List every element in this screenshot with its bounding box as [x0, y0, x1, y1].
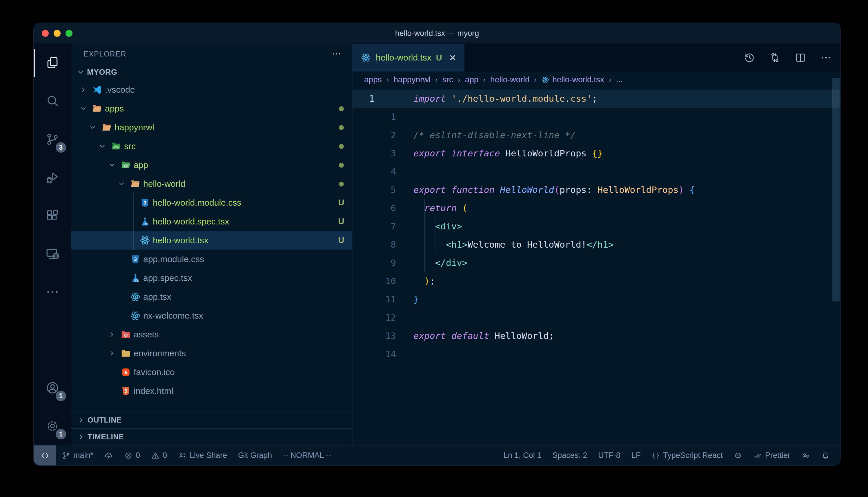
- breadcrumb-item-apps[interactable]: apps: [364, 75, 382, 84]
- code-line[interactable]: 13export default HelloWorld;: [353, 327, 840, 345]
- explorer-more-actions-button[interactable]: [332, 49, 342, 59]
- status-notifications[interactable]: [815, 445, 835, 466]
- code-line[interactable]: 12: [353, 309, 840, 327]
- breadcrumb-item-hello-world[interactable]: hello-world: [490, 75, 529, 84]
- line-number: 5: [353, 181, 396, 199]
- activity-bar-item-accounts[interactable]: 1: [33, 369, 71, 407]
- tree-item-index-html[interactable]: 5index.html: [71, 381, 352, 400]
- status-live-share[interactable]: Live Share: [173, 445, 233, 466]
- breadcrumb-separator: ›: [534, 75, 537, 84]
- remote-indicator-button[interactable]: [33, 445, 56, 466]
- status-feedback[interactable]: [796, 445, 815, 466]
- tree-item-nx-welcome-tsx[interactable]: nx-welcome.tsx: [71, 306, 352, 325]
- outline-section-header[interactable]: OUTLINE: [71, 412, 352, 428]
- tree-item--vscode[interactable]: .vscode: [71, 80, 352, 99]
- code-line[interactable]: 1import './hello-world.module.css';: [353, 89, 840, 108]
- tree-item-label: favicon.ico: [134, 367, 331, 377]
- open-changes-button[interactable]: [769, 52, 781, 63]
- tree-item-apps[interactable]: apps: [71, 99, 352, 118]
- status-github[interactable]: [728, 445, 748, 466]
- svg-text:⚙: ⚙: [124, 332, 128, 338]
- line-number: 13: [353, 327, 396, 345]
- tree-item-favicon-ico[interactable]: ★favicon.ico: [71, 363, 352, 381]
- tree-item-happynrwl[interactable]: happynrwl: [71, 118, 352, 137]
- status-eol[interactable]: LF: [626, 445, 646, 466]
- status-eol-label: LF: [631, 451, 641, 460]
- status-encoding[interactable]: UTF-8: [593, 445, 626, 466]
- tree-item-app-module-css[interactable]: 3app.module.css: [71, 250, 352, 269]
- activity-bar-item-settings[interactable]: 1: [33, 407, 71, 445]
- close-tab-button[interactable]: ✕: [447, 53, 456, 63]
- status-errors[interactable]: 0: [119, 445, 146, 466]
- code-line[interactable]: 7 <div>: [353, 217, 840, 236]
- code-line[interactable]: 11}: [353, 290, 840, 309]
- code-line[interactable]: 6 return (: [353, 199, 840, 217]
- code-line[interactable]: 5export function HelloWorld(props: Hello…: [353, 181, 840, 199]
- tree-item-hello-world-module-css[interactable]: 3hello-world.module.cssU: [71, 193, 352, 212]
- tree-item-app-tsx[interactable]: app.tsx: [71, 287, 352, 306]
- local-history-button[interactable]: [744, 52, 755, 63]
- code-line[interactable]: 4: [353, 162, 840, 181]
- status-indentation[interactable]: Spaces: 2: [547, 445, 593, 466]
- code-line[interactable]: 14: [353, 345, 840, 363]
- status-cursor-position[interactable]: Ln 1, Col 1: [498, 445, 547, 466]
- status-vim-mode-label: -- NORMAL --: [283, 451, 331, 460]
- code-line[interactable]: 8 <h1>Welcome to HelloWorld!</h1>: [353, 236, 840, 254]
- code-line[interactable]: 2/* eslint-disable-next-line */: [353, 126, 840, 144]
- editor-scrollbar[interactable]: [832, 78, 840, 301]
- chevron-right-icon: [77, 433, 85, 441]
- tree-item-label: hello-world.tsx: [153, 236, 331, 245]
- code-line[interactable]: 3export interface HelloWorldProps {}: [353, 144, 840, 162]
- breadcrumb-item-happynrwl[interactable]: happynrwl: [394, 75, 430, 84]
- files-icon: [45, 56, 60, 70]
- breadcrumb-item-hello-world-tsx[interactable]: hello-world.tsx: [541, 75, 604, 84]
- activity-bar-item-source-control[interactable]: 3: [33, 120, 71, 158]
- tree-item-src[interactable]: <>src: [71, 137, 352, 156]
- status-prettier[interactable]: Prettier: [748, 445, 796, 466]
- activity-bar-item-extensions[interactable]: [33, 197, 71, 235]
- sidebar-header: EXPLORER: [71, 44, 352, 64]
- activity-bar-item-run-debug[interactable]: [33, 158, 71, 197]
- tree-item-hello-world-tsx[interactable]: hello-world.tsxU: [71, 231, 352, 250]
- tree-item-app-spec-tsx[interactable]: TSapp.spec.tsx: [71, 269, 352, 287]
- code-editor[interactable]: 1import './hello-world.module.css';12/* …: [353, 88, 840, 445]
- status-git-graph[interactable]: Git Graph: [233, 445, 277, 466]
- activity-bar-item-remote-explorer[interactable]: [33, 235, 71, 273]
- react-icon: [139, 235, 150, 246]
- tree-item-environments[interactable]: environments: [71, 344, 352, 363]
- timeline-section-header[interactable]: TIMELINE: [71, 428, 352, 445]
- tree-item-app[interactable]: ⚙app: [71, 156, 352, 174]
- double-check-icon: [754, 451, 762, 460]
- tree-item-hello-world[interactable]: hello-world: [71, 174, 352, 193]
- tree-item-hello-world-spec-tsx[interactable]: TShello-world.spec.tsxU: [71, 212, 352, 231]
- tree-item-assets[interactable]: ⚙assets: [71, 325, 352, 344]
- status-publish-changes[interactable]: [99, 445, 119, 466]
- tab-hello-world-tsx[interactable]: hello-world.tsx U ✕: [353, 44, 465, 72]
- github-icon: [734, 451, 743, 460]
- status-language-mode[interactable]: TypeScript React: [646, 445, 728, 466]
- activity-bar-item-search[interactable]: [33, 82, 71, 120]
- status-warnings[interactable]: 0: [146, 445, 173, 466]
- breadcrumb-separator: ›: [458, 75, 460, 84]
- code-line[interactable]: 1: [353, 108, 840, 126]
- breadcrumb-item-app[interactable]: app: [465, 75, 479, 84]
- status-bar-left: main*00Live ShareGit Graph-- NORMAL --: [56, 445, 336, 466]
- activity-bar-item-more-views[interactable]: [33, 273, 71, 311]
- line-number: 10: [353, 272, 396, 290]
- code-line[interactable]: 10 );: [353, 272, 840, 290]
- breadcrumb-item-src[interactable]: src: [442, 75, 453, 84]
- timeline-label: TIMELINE: [87, 432, 124, 441]
- split-editor-button[interactable]: [795, 52, 806, 63]
- folder-open-tan-icon: [130, 179, 141, 189]
- tree-item-label: happynrwl: [114, 123, 331, 132]
- more-actions-button[interactable]: [820, 52, 832, 63]
- branch-icon: [62, 451, 70, 460]
- activity-bar-item-explorer[interactable]: [33, 44, 71, 82]
- workspace-section-header[interactable]: MYORG: [71, 64, 352, 80]
- tab-git-status-badge: U: [436, 53, 442, 62]
- code-line[interactable]: 9 </div>: [353, 254, 840, 272]
- status-vim-mode[interactable]: -- NORMAL --: [277, 445, 336, 466]
- status-branch[interactable]: main*: [56, 445, 99, 466]
- breadcrumb-item--[interactable]: ...: [616, 75, 623, 84]
- line-number: 9: [353, 254, 396, 272]
